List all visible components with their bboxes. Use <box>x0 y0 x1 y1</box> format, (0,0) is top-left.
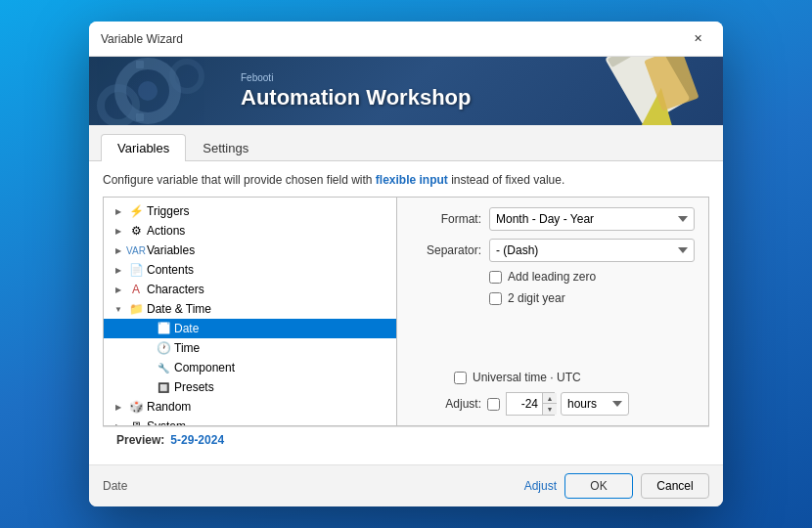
tree-label: Variables <box>147 243 195 257</box>
bottom-bar: Date Adjust OK Cancel <box>89 464 723 506</box>
title-bar: Variable Wizard ✕ <box>89 22 723 57</box>
cancel-button[interactable]: Cancel <box>641 473 709 499</box>
tab-settings[interactable]: Settings <box>186 134 265 161</box>
tree-label: Random <box>147 400 191 414</box>
adjust-label: Adjust: <box>411 397 481 411</box>
tree-label: Date <box>174 322 199 335</box>
date-icon: 📅 <box>156 321 171 336</box>
tree-item-component[interactable]: 🔧 Component <box>104 358 396 377</box>
expander-icon <box>139 361 153 374</box>
preview-label: Preview: <box>116 433 164 447</box>
tree-label: Contents <box>147 263 194 277</box>
expander-icon: ▶ <box>112 283 125 296</box>
tree-item-contents[interactable]: ▶ 📄 Contents <box>104 260 396 280</box>
random-icon: 🎲 <box>128 399 144 415</box>
adjust-row: Adjust: ▲ ▼ hours minutes seconds <box>411 392 695 416</box>
expander-icon <box>139 341 153 355</box>
tab-bar: Variables Settings <box>89 125 723 161</box>
status-text: Date <box>103 479 127 493</box>
tree-item-presets[interactable]: 🔲 Presets <box>104 377 396 397</box>
expander-icon: ▶ <box>112 263 125 277</box>
two-digit-year-row: 2 digit year <box>411 291 695 305</box>
main-content: Configure variable that will provide cho… <box>89 161 723 464</box>
ok-button[interactable]: OK <box>564 473 633 499</box>
svg-rect-4 <box>136 61 144 68</box>
format-select[interactable]: Month - Day - Year Day - Month - Year Ye… <box>489 207 695 231</box>
description-text: Configure variable that will provide cho… <box>103 173 709 187</box>
tree-panel[interactable]: ▶ ⚡ Triggers ▶ ⚙ Actions ▶ VAR Variables <box>104 198 397 425</box>
hours-select[interactable]: hours minutes seconds <box>561 392 629 416</box>
expander-icon: ▶ <box>112 400 125 414</box>
banner-right-decoration <box>566 57 723 125</box>
characters-icon: A <box>128 282 144 297</box>
tree-item-characters[interactable]: ▶ A Characters <box>104 280 396 299</box>
tree-label: Date & Time <box>147 302 211 316</box>
expander-icon: ▶ <box>112 243 125 257</box>
expander-icon: ▶ <box>112 204 125 218</box>
tree-label: Presets <box>174 380 214 394</box>
two-digit-year-label[interactable]: 2 digit year <box>508 291 565 305</box>
tree-item-triggers[interactable]: ▶ ⚡ Triggers <box>104 201 396 221</box>
tree-label: System <box>147 419 186 425</box>
tree-label: Component <box>174 361 235 374</box>
main-panel: ▶ ⚡ Triggers ▶ ⚙ Actions ▶ VAR Variables <box>103 197 709 426</box>
component-icon: 🔧 <box>156 360 171 375</box>
utc-row: Universal time · UTC <box>411 371 695 384</box>
dialog-title: Variable Wizard <box>101 32 183 46</box>
preview-value: 5-29-2024 <box>170 433 224 447</box>
svg-point-1 <box>138 81 158 101</box>
banner-text: Febooti Automation Workshop <box>241 72 471 110</box>
spinbox-up-button[interactable]: ▲ <box>543 393 557 404</box>
tree-item-date[interactable]: 📅 Date <box>104 319 396 338</box>
two-digit-year-checkbox[interactable] <box>489 292 502 305</box>
tree-label: Time <box>174 341 200 355</box>
system-icon: 🖥 <box>128 418 144 425</box>
time-icon: 🕐 <box>156 340 171 356</box>
expander-icon: ▶ <box>112 224 125 238</box>
adjust-spinbox: ▲ ▼ <box>506 392 555 416</box>
banner: Febooti Automation Workshop <box>89 57 723 125</box>
bolt-icon: ⚡ <box>128 203 144 219</box>
tree-label: Characters <box>147 283 204 296</box>
svg-rect-5 <box>136 113 144 121</box>
variable-icon: VAR <box>128 242 144 258</box>
settings-panel: Format: Month - Day - Year Day - Month -… <box>397 198 708 425</box>
tree-label: Actions <box>147 224 185 238</box>
tree-item-system[interactable]: ▶ 🖥 System <box>104 417 396 425</box>
adjust-link[interactable]: Adjust <box>524 479 557 493</box>
dialog-window: Variable Wizard ✕ Febooti Automation Wor… <box>89 22 723 506</box>
contents-icon: 📄 <box>128 262 144 278</box>
expander-icon: ▶ <box>112 419 125 425</box>
adjust-checkbox[interactable] <box>487 398 500 411</box>
expander-icon: ▼ <box>112 302 125 316</box>
tree-item-random[interactable]: ▶ 🎲 Random <box>104 397 396 417</box>
title-bar-controls: ✕ <box>684 28 711 50</box>
leading-zero-row: Add leading zero <box>411 270 695 284</box>
leading-zero-checkbox[interactable] <box>489 271 502 284</box>
expander-icon <box>139 322 153 335</box>
adjust-value-input[interactable] <box>507 397 542 411</box>
bottom-right-controls: Adjust OK Cancel <box>524 473 709 499</box>
format-row: Format: Month - Day - Year Day - Month -… <box>411 207 695 231</box>
tab-variables[interactable]: Variables <box>101 134 186 161</box>
utc-label[interactable]: Universal time · UTC <box>473 371 581 384</box>
folder-icon: 📁 <box>128 301 144 317</box>
spinbox-arrows: ▲ ▼ <box>542 393 557 415</box>
banner-brand: Febooti <box>241 72 471 83</box>
separator-label: Separator: <box>411 243 481 257</box>
tree-item-time[interactable]: 🕐 Time <box>104 338 396 358</box>
gear-icon: ⚙ <box>128 223 144 239</box>
tree-item-actions[interactable]: ▶ ⚙ Actions <box>104 221 396 241</box>
spinbox-down-button[interactable]: ▼ <box>543 404 557 415</box>
expander-icon <box>139 380 153 394</box>
tree-item-datetime[interactable]: ▼ 📁 Date & Time <box>104 299 396 319</box>
presets-icon: 🔲 <box>156 379 171 395</box>
leading-zero-label[interactable]: Add leading zero <box>508 270 596 284</box>
close-button[interactable]: ✕ <box>684 28 711 50</box>
utc-checkbox[interactable] <box>454 372 467 384</box>
separator-row: Separator: - (Dash) / (Slash) . (Dot) (S… <box>411 239 695 262</box>
tree-label: Triggers <box>147 204 190 218</box>
separator-select[interactable]: - (Dash) / (Slash) . (Dot) (Space) <box>489 239 695 262</box>
tree-item-variables[interactable]: ▶ VAR Variables <box>104 241 396 260</box>
preview-bar: Preview: 5-29-2024 <box>103 426 709 453</box>
